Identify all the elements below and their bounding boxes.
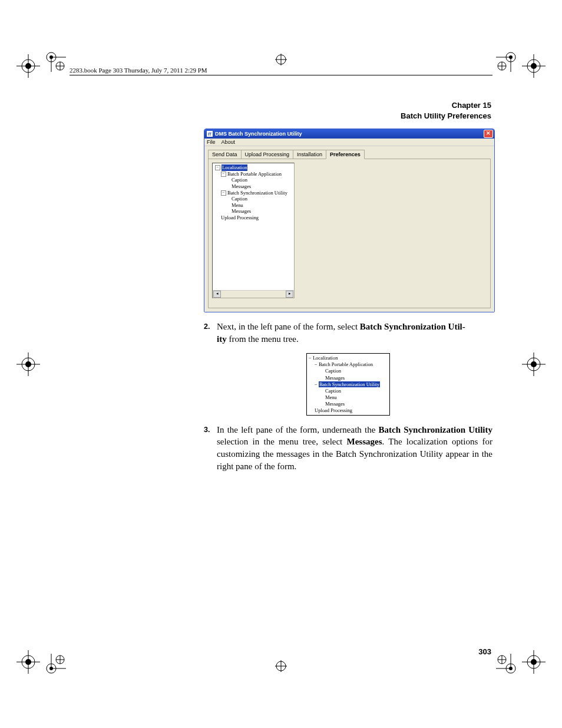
tree-pane: −Localization −Batch Portable Applicatio… xyxy=(212,163,295,298)
collapse-icon: − xyxy=(309,355,312,361)
crop-mark-icon xyxy=(496,654,516,676)
chapter-title: Batch Utility Preferences xyxy=(401,111,491,121)
horizontal-scrollbar[interactable]: ◂ ▸ xyxy=(213,290,294,298)
page-number: 303 xyxy=(478,647,491,656)
tree-node-bpa[interactable]: Batch Portable Application xyxy=(227,171,282,177)
step-number: 3. xyxy=(204,424,217,473)
tree-node-caption[interactable]: Caption xyxy=(232,177,292,183)
collapse-icon[interactable]: − xyxy=(215,165,220,170)
step-text: In the left pane of the form, underneath… xyxy=(217,424,492,473)
header-tag: 2283.book Page 303 Thursday, July 7, 201… xyxy=(70,67,207,74)
tab-send-data[interactable]: Send Data xyxy=(208,150,242,159)
registration-mark-icon xyxy=(522,650,546,674)
menu-about[interactable]: About xyxy=(222,139,236,145)
menu-file[interactable]: File xyxy=(207,139,216,145)
titlebar: IT DMS Batch Synchronization Utility ✕ xyxy=(204,129,494,139)
step-2: 2. Next, in the left pane of the form, s… xyxy=(204,321,492,345)
tree-node-upload-processing[interactable]: Upload Processing xyxy=(221,215,292,221)
tree-node-localization[interactable]: Localization xyxy=(222,164,247,171)
step-text: Next, in the left pane of the form, sele… xyxy=(217,321,492,345)
tree-node-upload-processing: Upload Processing xyxy=(315,407,388,414)
tree-node-messages: Messages xyxy=(325,401,388,407)
tree-node-bpa: Batch Portable Application xyxy=(319,361,373,367)
close-icon[interactable]: ✕ xyxy=(484,130,493,138)
chapter-number: Chapter 15 xyxy=(401,100,491,111)
app-icon: IT xyxy=(207,131,213,137)
tree-node-caption: Caption xyxy=(325,368,388,374)
tab-upload-processing[interactable]: Upload Processing xyxy=(241,150,294,159)
tree-node-localization: Localization xyxy=(313,355,338,361)
step-number: 2. xyxy=(204,321,217,345)
tree-node-caption: Caption xyxy=(325,388,388,394)
tree-node-messages[interactable]: Messages xyxy=(232,183,292,190)
tab-strip: Send Data Upload Processing Installation… xyxy=(208,150,491,159)
registration-mark-icon xyxy=(16,54,40,78)
crop-mark-icon xyxy=(496,52,516,74)
scroll-right-icon[interactable]: ▸ xyxy=(286,291,293,298)
crop-mark-icon xyxy=(46,654,66,676)
collapse-icon[interactable]: − xyxy=(221,190,226,196)
tree-node-menu: Menu xyxy=(325,394,388,401)
menubar: File About xyxy=(204,139,494,146)
chapter-header: Chapter 15 Batch Utility Preferences xyxy=(401,100,491,121)
collapse-icon: − xyxy=(315,381,318,387)
step-3: 3. In the left pane of the form, underne… xyxy=(204,424,492,473)
tree-figure: − Localization − Batch Portable Applicat… xyxy=(306,353,390,415)
tree-node-menu[interactable]: Menu xyxy=(232,202,292,209)
crop-mark-icon xyxy=(273,52,289,70)
tab-installation[interactable]: Installation xyxy=(293,150,326,159)
collapse-icon[interactable]: − xyxy=(221,172,226,177)
crop-mark-icon xyxy=(46,52,66,74)
registration-mark-icon xyxy=(16,650,40,674)
tab-panel-preferences: −Localization −Batch Portable Applicatio… xyxy=(208,159,491,308)
localization-tree: −Localization −Batch Portable Applicatio… xyxy=(213,163,294,222)
app-window: IT DMS Batch Synchronization Utility ✕ F… xyxy=(204,129,495,312)
tree-node-bsu-selected: Batch Synchronization Utility xyxy=(319,381,380,387)
tree-node-caption[interactable]: Caption xyxy=(232,196,292,202)
collapse-icon: − xyxy=(315,361,318,367)
window-title: DMS Batch Synchronization Utility xyxy=(215,131,302,137)
scroll-left-icon[interactable]: ◂ xyxy=(213,291,221,298)
registration-mark-icon xyxy=(16,353,40,376)
tree-node-bsu[interactable]: Batch Synchronization Utility xyxy=(227,190,287,196)
registration-mark-icon xyxy=(522,353,546,376)
crop-mark-icon xyxy=(273,658,289,676)
tree-node-messages[interactable]: Messages xyxy=(232,208,292,215)
registration-mark-icon xyxy=(522,54,546,78)
tree-node-messages: Messages xyxy=(325,375,388,381)
tab-preferences[interactable]: Preferences xyxy=(326,150,365,159)
